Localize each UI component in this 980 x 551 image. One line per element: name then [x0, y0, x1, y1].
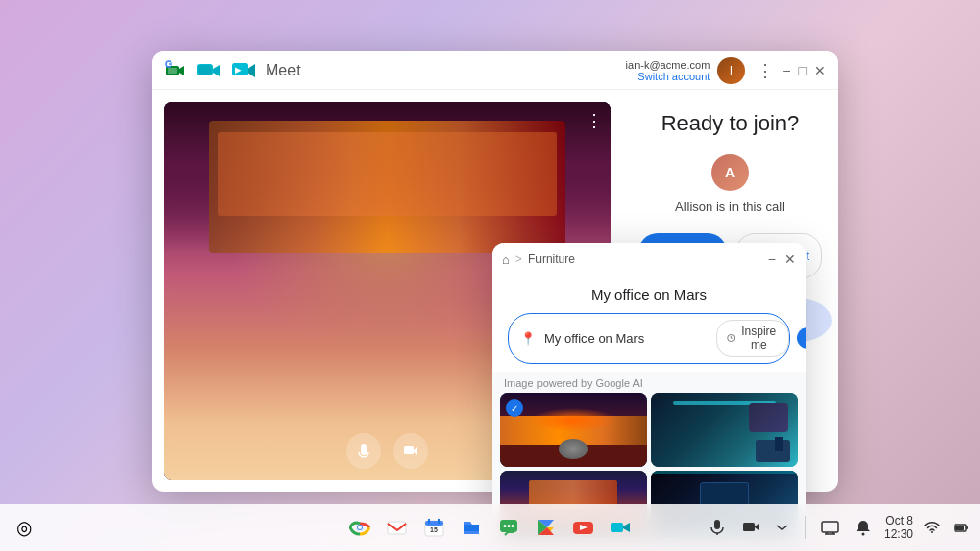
image-picker-window: ⌂ > Furniture − ✕ My office on Mars 📍 In…: [492, 243, 806, 537]
svg-rect-4: [198, 65, 212, 75]
date-display: Oct 8: [885, 514, 913, 527]
selected-badge: ✓: [506, 399, 523, 417]
image-powered-label: Image powered by Google AI: [492, 372, 806, 393]
camera-off-button[interactable]: [393, 433, 428, 469]
account-area: ian-k@acme.com Switch account I: [626, 57, 746, 84]
svg-rect-36: [966, 526, 968, 529]
launcher-button[interactable]: ◎: [8, 512, 39, 543]
google-meet-icon: ▶: [230, 57, 258, 84]
play-store-icon[interactable]: [530, 512, 562, 543]
svg-rect-17: [425, 521, 443, 526]
desktop: ▶ Meet ian-k@acme.com Switch account I ⋮…: [0, 0, 980, 551]
search-input-container: 📍 Inspire me Create: [508, 313, 790, 364]
svg-point-22: [504, 525, 507, 527]
picker-window-controls: − ✕: [768, 251, 796, 267]
battery-icon[interactable]: [951, 517, 972, 538]
meet-taskbar-icon[interactable]: [605, 512, 636, 543]
mute-button[interactable]: [346, 433, 381, 469]
taskbar-center: 15: [344, 512, 636, 543]
breadcrumb-separator: >: [515, 252, 522, 266]
more-icon[interactable]: ⋮: [757, 60, 774, 81]
image-option-1[interactable]: ✓: [500, 393, 647, 467]
meet-logo-icon: [164, 59, 187, 82]
microphone-icon[interactable]: [705, 515, 730, 540]
avatar: I: [717, 57, 745, 84]
maximize-icon[interactable]: □: [799, 63, 807, 78]
account-email: ian-k@acme.com: [626, 59, 710, 71]
taskbar: ◎ 15: [0, 504, 980, 551]
meet-titlebar: ▶ Meet ian-k@acme.com Switch account I ⋮…: [152, 51, 838, 90]
close-icon[interactable]: ✕: [814, 63, 826, 78]
svg-point-24: [512, 525, 514, 527]
caller-avatar: A: [711, 154, 749, 191]
svg-point-33: [931, 531, 933, 533]
search-input[interactable]: [544, 331, 709, 346]
location-icon: 📍: [520, 331, 536, 346]
svg-rect-1: [168, 68, 177, 74]
inspire-label: Inspire me: [739, 325, 778, 352]
inspire-me-button[interactable]: Inspire me: [716, 320, 789, 357]
calendar-icon[interactable]: 15: [418, 512, 450, 543]
meet-title: Meet: [266, 62, 301, 79]
time-display: 12:30: [884, 527, 913, 541]
create-button[interactable]: Create: [797, 327, 806, 349]
breadcrumb-furniture[interactable]: Furniture: [528, 252, 575, 266]
svg-rect-30: [743, 523, 755, 531]
svg-text:15: 15: [430, 526, 438, 533]
svg-point-23: [508, 525, 511, 527]
taskbar-divider: [805, 516, 806, 539]
taskbar-right: Oct 8 12:30: [705, 514, 972, 541]
picker-close-icon[interactable]: ✕: [784, 251, 796, 267]
chat-icon[interactable]: [493, 512, 524, 543]
svg-rect-8: [404, 446, 414, 454]
svg-point-14: [358, 526, 362, 529]
taskbar-left: ◎: [8, 512, 39, 543]
meet-logo-area: ▶ Meet: [164, 57, 301, 84]
meet-icon: [195, 57, 222, 84]
svg-rect-27: [611, 523, 623, 532]
image-option-2[interactable]: [651, 393, 798, 467]
picker-minimize-icon[interactable]: −: [768, 251, 776, 267]
files-icon[interactable]: [456, 512, 487, 543]
svg-point-32: [861, 533, 864, 536]
video-more-icon[interactable]: ⋮: [585, 110, 603, 131]
svg-rect-35: [956, 526, 964, 530]
account-info: ian-k@acme.com Switch account: [626, 59, 710, 82]
chrome-icon[interactable]: [344, 512, 375, 543]
caller-name: Allison is in this call: [675, 199, 785, 214]
svg-rect-31: [822, 522, 838, 532]
svg-text:▶: ▶: [235, 66, 242, 75]
youtube-icon[interactable]: [567, 512, 599, 543]
home-icon[interactable]: ⌂: [502, 252, 510, 267]
picker-titlebar: ⌂ > Furniture − ✕: [492, 243, 806, 275]
breadcrumb: ⌂ > Furniture: [502, 252, 575, 267]
notification-icon[interactable]: [851, 515, 876, 540]
screen-capture-icon[interactable]: [817, 515, 843, 540]
minimize-icon[interactable]: −: [782, 63, 790, 78]
picker-search-area: My office on Mars 📍 Inspire me Create: [492, 275, 806, 372]
svg-rect-28: [714, 520, 720, 529]
search-label: My office on Mars: [508, 286, 790, 303]
ready-title: Ready to join?: [662, 110, 800, 138]
camera-icon[interactable]: [738, 515, 763, 540]
video-controls: [346, 433, 428, 469]
expand-icon[interactable]: [771, 517, 793, 538]
wifi-icon[interactable]: [921, 517, 943, 538]
switch-account-link[interactable]: Switch account: [626, 71, 710, 82]
svg-rect-15: [388, 522, 406, 534]
inspire-icon: [727, 332, 735, 344]
gmail-icon[interactable]: [381, 512, 413, 543]
clock-area[interactable]: Oct 8 12:30: [884, 514, 913, 541]
